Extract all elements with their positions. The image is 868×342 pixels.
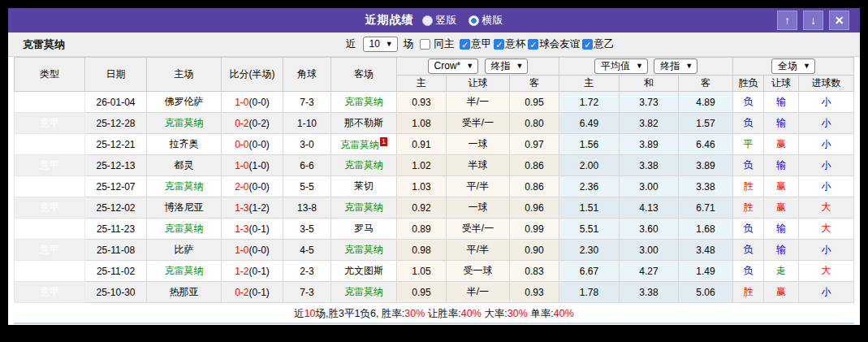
away-team-name[interactable]: 克雷莫纳 xyxy=(331,282,397,303)
match-result: 负 xyxy=(733,240,764,261)
table-row: 意甲25-12-13都灵1-0(1-0)6-6克雷莫纳1.02半球0.862.0… xyxy=(15,155,854,176)
euro-source-select[interactable]: 平均值▼ xyxy=(594,58,648,74)
col-header-asian-away: 客 xyxy=(510,76,559,92)
away-team-name[interactable]: 那不勒斯 xyxy=(331,113,397,134)
home-team-name[interactable]: 都灵 xyxy=(147,155,222,176)
home-team-name[interactable]: 克雷莫纳 xyxy=(147,113,222,134)
asian-odds-type-select[interactable]: 终指▼ xyxy=(485,58,529,74)
results-table: 类型 日期 主场 比分(半场) 角球 客场 Crow*▼ 终指▼ 平均值▼ 终指… xyxy=(14,57,854,303)
home-team-name[interactable]: 克雷莫纳 xyxy=(147,261,222,282)
league-badge[interactable]: 意甲 xyxy=(15,219,85,240)
asian-home-odds: 0.89 xyxy=(397,219,447,240)
handicap-result: 输 xyxy=(764,240,799,261)
home-team-name[interactable]: 博洛尼亚 xyxy=(147,197,222,219)
match-count-select[interactable]: 10 ▼ xyxy=(363,37,398,52)
goals-result: 小 xyxy=(799,134,854,155)
same-home-checkbox[interactable] xyxy=(420,39,430,50)
close-button[interactable]: ✕ xyxy=(829,11,849,30)
euro-draw-odds: 3.00 xyxy=(620,240,679,261)
radio-horizontal-layout[interactable]: 横版 xyxy=(469,13,503,28)
home-team-name[interactable]: 佛罗伦萨 xyxy=(147,92,222,113)
away-team-name[interactable]: 克雷莫纳 xyxy=(331,240,397,261)
summary-text: 近 xyxy=(294,308,304,319)
league-filter-意杯[interactable]: ✓意杯 xyxy=(494,37,525,51)
window-buttons: ↑ ↓ ✕ xyxy=(777,11,849,30)
euro-home-odds: 1.72 xyxy=(559,92,620,113)
home-team-name[interactable]: 拉齐奥 xyxy=(147,134,222,155)
move-down-button[interactable]: ↓ xyxy=(803,11,823,30)
home-team-name[interactable]: 热那亚 xyxy=(147,282,222,303)
euro-away-odds: 5.06 xyxy=(679,282,733,303)
home-team-name[interactable]: 克雷莫纳 xyxy=(147,219,222,240)
home-team-name[interactable]: 克雷莫纳 xyxy=(147,176,222,197)
league-badge[interactable]: 意甲 xyxy=(15,113,85,134)
euro-away-odds: 4.89 xyxy=(679,92,733,113)
match-result: 负 xyxy=(733,92,764,113)
euro-draw-odds: 3.89 xyxy=(620,134,679,155)
euro-away-odds: 6.46 xyxy=(679,134,733,155)
league-badge[interactable]: 意甲 xyxy=(15,282,85,303)
move-up-button[interactable]: ↑ xyxy=(777,11,797,30)
asian-handicap: 受一球 xyxy=(447,261,510,282)
league-badge[interactable]: 意甲 xyxy=(15,134,85,155)
asian-home-odds: 1.03 xyxy=(397,176,447,197)
bookmaker-select[interactable]: Crow*▼ xyxy=(428,58,479,74)
euro-home-odds: 6.49 xyxy=(559,113,620,134)
asian-handicap: 平/半 xyxy=(447,176,510,197)
away-team-name[interactable]: 克雷莫纳1 xyxy=(331,134,397,155)
home-team-name[interactable]: 比萨 xyxy=(147,240,222,261)
away-team-name[interactable]: 罗马 xyxy=(331,219,397,240)
summary-text: 单率: xyxy=(528,308,554,319)
radio-icon xyxy=(422,15,433,26)
away-team-name[interactable]: 克雷莫纳 xyxy=(331,197,397,219)
asian-away-odds: 0.95 xyxy=(510,92,559,113)
league-badge[interactable]: 意甲 xyxy=(15,261,85,282)
col-header-home: 主场 xyxy=(147,58,222,92)
league-filter-label: 意乙 xyxy=(594,37,614,51)
match-date: 25-11-23 xyxy=(85,219,147,240)
asian-home-odds: 0.95 xyxy=(397,282,447,303)
goals-result: 小 xyxy=(799,282,854,303)
match-date: 25-12-13 xyxy=(85,155,147,176)
corner-score: 7-3 xyxy=(283,92,331,113)
league-badge[interactable]: 意甲 xyxy=(15,155,85,176)
radio-vertical-layout[interactable]: 竖版 xyxy=(422,13,457,28)
asian-home-odds: 1.05 xyxy=(397,261,447,282)
col-header-corner: 角球 xyxy=(283,58,331,92)
league-badge[interactable]: 意甲 xyxy=(15,240,85,261)
handicap-result: 赢 xyxy=(764,134,799,155)
euro-home-odds: 1.51 xyxy=(559,197,620,219)
match-result: 负 xyxy=(733,261,764,282)
period-select[interactable]: 全场▼ xyxy=(771,58,815,74)
match-result: 胜 xyxy=(733,282,764,303)
league-badge[interactable]: 意甲 xyxy=(15,92,85,113)
away-team-name[interactable]: 尤文图斯 xyxy=(331,261,397,282)
euro-home-odds: 1.78 xyxy=(559,282,620,303)
window-title: 近期战绩 xyxy=(365,13,414,28)
match-date: 25-12-21 xyxy=(85,134,147,155)
league-badge[interactable]: 意甲 xyxy=(15,197,85,219)
away-team-name[interactable]: 克雷莫纳 xyxy=(331,155,397,176)
handicap-result: 输 xyxy=(764,92,799,113)
chevron-down-icon: ▼ xyxy=(516,63,524,70)
match-result: 负 xyxy=(733,155,764,176)
summary-stat-value: 30% xyxy=(404,308,425,319)
chevron-down-icon: ▼ xyxy=(386,41,393,48)
radio-label: 横版 xyxy=(482,13,503,28)
asian-odds-group-header: Crow*▼ 终指▼ xyxy=(397,58,559,76)
away-team-name[interactable]: 克雷莫纳 xyxy=(331,92,397,113)
league-filters: ✓意甲✓意杯✓球会友谊✓意乙 xyxy=(457,37,614,51)
away-team-name[interactable]: 莱切 xyxy=(331,176,397,197)
league-badge[interactable]: 意甲 xyxy=(15,176,85,197)
asian-home-odds: 1.08 xyxy=(397,113,447,134)
league-filter-意甲[interactable]: ✓意甲 xyxy=(460,37,491,51)
league-filter-球会友谊[interactable]: ✓球会友谊 xyxy=(528,37,580,51)
euro-draw-odds: 4.13 xyxy=(620,197,679,219)
match-date: 25-12-02 xyxy=(85,197,147,219)
asian-away-odds: 0.97 xyxy=(510,134,559,155)
euro-away-odds: 3.89 xyxy=(679,155,733,176)
euro-odds-type-select[interactable]: 终指▼ xyxy=(654,58,697,74)
table-row: 意甲25-12-21拉齐奥0-0(0-0)3-0克雷莫纳10.91一球0.971… xyxy=(15,134,854,155)
score-cell: 1-3(0-1) xyxy=(222,219,283,240)
league-filter-意乙[interactable]: ✓意乙 xyxy=(582,37,614,51)
